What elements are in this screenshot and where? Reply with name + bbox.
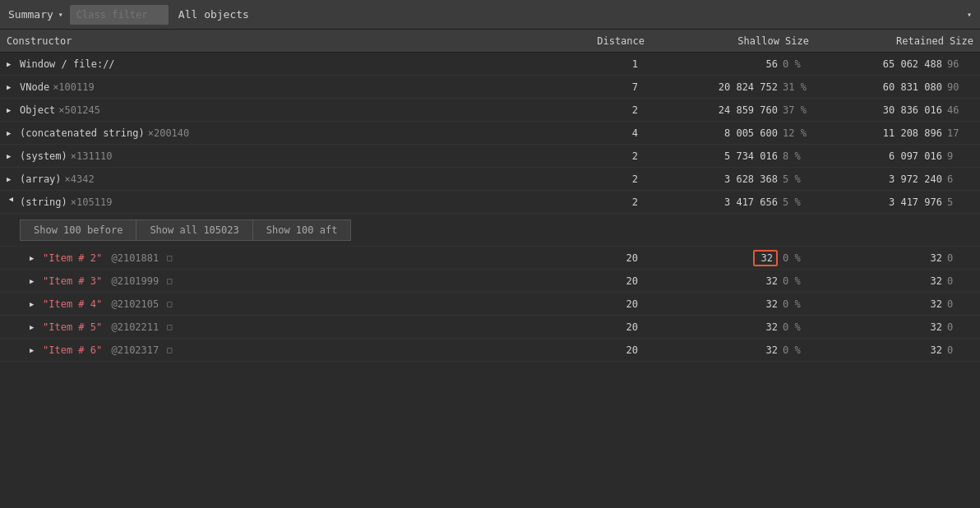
retained-cell: 11 208 896 17 (816, 127, 980, 139)
shallow-cell: 8 005 600 12 % (651, 127, 816, 139)
distance-cell: 1 (569, 58, 651, 70)
distance-cell: 20 (569, 344, 651, 356)
retained-cell: 3 972 240 6 (816, 173, 980, 185)
expand-arrow-system: ▶ (7, 152, 16, 160)
retained-cell: 32 0 (816, 252, 980, 264)
toolbar: Summary ▾ All objects ▾ (0, 0, 980, 30)
constructor-name: (concatenated string) (20, 127, 145, 139)
constructor-count: ×4342 (65, 173, 95, 185)
expand-arrow-string: ▼ (7, 197, 16, 207)
constructor-cell: ▶ Object ×501245 (0, 104, 569, 116)
show-all-button[interactable]: Show all 105023 (136, 219, 252, 241)
item-name: "Item # 6" (43, 344, 102, 356)
item-row[interactable]: ▶ "Item # 3" @2101999 □ 20 32 0 % 32 0 (0, 270, 980, 293)
item-ref: @2101999 (105, 275, 159, 287)
item-row[interactable]: ▶ "Item # 2" @2101881 □ 20 32 0 % 32 0 (0, 247, 980, 270)
expand-arrow-item4: ▶ (30, 300, 39, 308)
table-header: Constructor Distance Shallow Size Retain… (0, 30, 980, 53)
header-constructor: Constructor (0, 35, 569, 47)
constructor-count: ×501245 (58, 104, 100, 116)
item-row[interactable]: ▶ "Item # 4" @2102105 □ 20 32 0 % 32 0 (0, 293, 980, 316)
constructor-cell: ▶ (array) ×4342 (0, 173, 569, 185)
item-ref: @2102317 (105, 344, 159, 356)
shallow-cell: 56 0 % (651, 58, 816, 70)
item-icon: □ (162, 253, 172, 262)
shallow-cell: 32 0 % (651, 344, 816, 356)
constructor-cell: ▶ (concatenated string) ×200140 (0, 127, 569, 139)
table-body: ▶ Window / file:// 1 56 0 % 65 062 488 9… (0, 53, 980, 362)
highlighted-value: 32 (753, 250, 778, 266)
distance-cell: 2 (569, 150, 651, 162)
header-retained-size: Retained Size (816, 35, 980, 47)
shallow-cell: 3 628 368 5 % (651, 173, 816, 185)
distance-cell: 20 (569, 275, 651, 287)
constructor-count: ×200140 (148, 127, 190, 139)
shallow-cell: 32 0 % (651, 298, 816, 310)
item-name: "Item # 4" (43, 298, 102, 310)
retained-cell: 32 0 (816, 321, 980, 333)
objects-dropdown-arrow[interactable]: ▾ (967, 10, 972, 19)
retained-cell: 32 0 (816, 275, 980, 287)
show-before-button[interactable]: Show 100 before (20, 219, 136, 241)
header-shallow-size: Shallow Size (651, 35, 816, 47)
summary-label: Summary (8, 8, 53, 21)
constructor-cell: ▼ (string) ×105119 (0, 196, 569, 208)
table-row[interactable]: ▶ Object ×501245 2 24 859 760 37 % 30 83… (0, 99, 980, 122)
show-after-button[interactable]: Show 100 aft (253, 219, 352, 241)
distance-cell: 2 (569, 173, 651, 185)
summary-arrow: ▾ (58, 10, 63, 19)
table-row[interactable]: ▶ VNode ×100119 7 20 824 752 31 % 60 831… (0, 76, 980, 99)
item-row[interactable]: ▶ "Item # 6" @2102317 □ 20 32 0 % 32 0 (0, 339, 980, 362)
distance-cell: 7 (569, 81, 651, 93)
retained-cell: 65 062 488 96 (816, 58, 980, 70)
shallow-cell: 32 0 % (651, 275, 816, 287)
shallow-cell: 5 734 016 8 % (651, 150, 816, 162)
retained-cell: 32 0 (816, 298, 980, 310)
constructor-cell: ▶ "Item # 2" @2101881 □ (0, 252, 569, 264)
expand-arrow-item3: ▶ (30, 277, 39, 285)
retained-cell: 32 0 (816, 344, 980, 356)
header-distance: Distance (569, 35, 651, 47)
distance-cell: 20 (569, 252, 651, 264)
constructor-count: ×105119 (71, 196, 113, 208)
item-row[interactable]: ▶ "Item # 5" @2102211 □ 20 32 0 % 32 0 (0, 316, 980, 339)
shallow-cell: 32 0 % (651, 250, 816, 266)
objects-label: All objects (178, 8, 249, 21)
constructor-name: (array) (20, 173, 62, 185)
shallow-cell: 32 0 % (651, 321, 816, 333)
constructor-name: (string) (20, 196, 67, 208)
table-row[interactable]: ▶ Window / file:// 1 56 0 % 65 062 488 9… (0, 53, 980, 76)
expand-arrow-item2: ▶ (30, 254, 39, 262)
item-name: "Item # 2" (43, 252, 102, 264)
item-icon: □ (162, 322, 172, 331)
item-icon: □ (162, 299, 172, 308)
constructor-cell: ▶ "Item # 5" @2102211 □ (0, 321, 569, 333)
constructor-cell: ▶ "Item # 4" @2102105 □ (0, 298, 569, 310)
constructor-name: Window / file:// (20, 58, 115, 70)
expand-arrow-item5: ▶ (30, 323, 39, 331)
distance-cell: 2 (569, 104, 651, 116)
expand-controls-row: Show 100 before Show all 105023 Show 100… (0, 214, 980, 247)
retained-cell: 6 097 016 9 (816, 150, 980, 162)
expand-arrow-array: ▶ (7, 175, 16, 183)
table-row[interactable]: ▶ (array) ×4342 2 3 628 368 5 % 3 972 24… (0, 168, 980, 191)
shallow-cell: 20 824 752 31 % (651, 81, 816, 93)
summary-dropdown[interactable]: Summary ▾ (8, 8, 63, 21)
item-icon: □ (162, 345, 172, 354)
constructor-count: ×100119 (53, 81, 95, 93)
expand-arrow-vnode: ▶ (7, 83, 16, 91)
constructor-cell: ▶ "Item # 3" @2101999 □ (0, 275, 569, 287)
constructor-cell: ▶ Window / file:// (0, 58, 569, 70)
distance-cell: 2 (569, 196, 651, 208)
constructor-name: VNode (20, 81, 49, 93)
item-name: "Item # 3" (43, 275, 102, 287)
table-row[interactable]: ▶ (system) ×131110 2 5 734 016 8 % 6 097… (0, 145, 980, 168)
retained-cell: 30 836 016 46 (816, 104, 980, 116)
shallow-cell: 3 417 656 5 % (651, 196, 816, 208)
constructor-cell: ▶ (system) ×131110 (0, 150, 569, 162)
expand-arrow-object: ▶ (7, 106, 16, 114)
constructor-name: Object (20, 104, 55, 116)
table-row[interactable]: ▼ (string) ×105119 2 3 417 656 5 % 3 417… (0, 191, 980, 214)
table-row[interactable]: ▶ (concatenated string) ×200140 4 8 005 … (0, 122, 980, 145)
class-filter-input[interactable] (70, 5, 169, 25)
